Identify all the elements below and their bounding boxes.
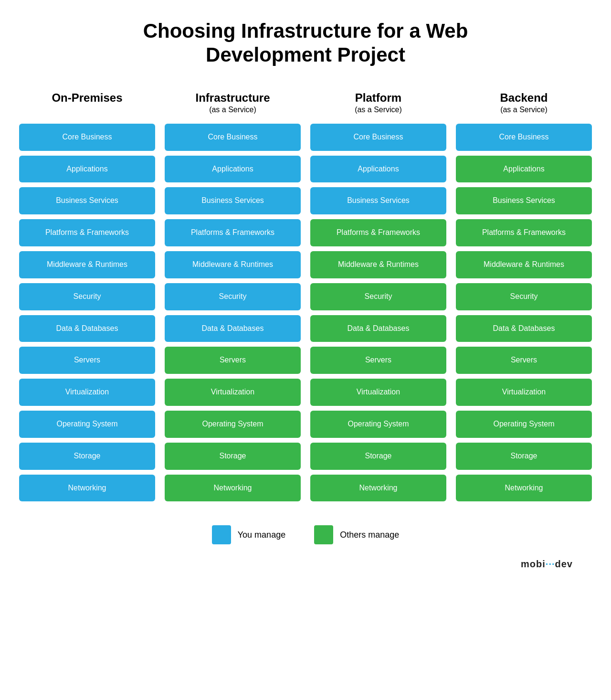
table-row: Security: [310, 283, 446, 310]
table-row: Platforms & Frameworks: [456, 219, 592, 246]
table-row: Applications: [456, 156, 592, 183]
column-platform: Core BusinessApplicationsBusiness Servic…: [310, 124, 446, 502]
legend-you-manage: You manage: [212, 525, 285, 544]
page-title: Choosing Infrastructure for a Web Develo…: [138, 19, 473, 67]
comparison-grid: On-Premises Infrastructure (as a Service…: [19, 91, 592, 502]
table-row: Applications: [19, 156, 155, 183]
column-header-infrastructure: Infrastructure (as a Service): [165, 91, 301, 114]
column-backend: Core BusinessApplicationsBusiness Servic…: [456, 124, 592, 502]
table-row: Applications: [310, 156, 446, 183]
legend-green-box: [314, 525, 333, 544]
column-header-backend: Backend (as a Service): [456, 91, 592, 114]
column-header-on-premises: On-Premises: [19, 91, 155, 114]
table-row: Middleware & Runtimes: [19, 251, 155, 278]
table-row: Servers: [19, 347, 155, 374]
table-row: Networking: [310, 475, 446, 502]
branding: mobi···dev: [521, 559, 573, 570]
column-sub-label: (as a Service): [165, 106, 301, 114]
table-row: Servers: [310, 347, 446, 374]
table-row: Operating System: [456, 411, 592, 438]
column-main-label: Infrastructure: [165, 91, 301, 105]
brand-text: mobi: [521, 559, 546, 569]
table-row: Core Business: [19, 124, 155, 151]
legend: You manage Others manage: [212, 525, 400, 544]
table-row: Networking: [19, 475, 155, 502]
legend-blue-box: [212, 525, 231, 544]
table-row: Data & Databases: [19, 315, 155, 342]
table-row: Operating System: [19, 411, 155, 438]
table-row: Virtualization: [456, 379, 592, 406]
table-row: Core Business: [456, 124, 592, 151]
table-row: Applications: [165, 156, 301, 183]
column-infrastructure: Core BusinessApplicationsBusiness Servic…: [165, 124, 301, 502]
table-row: Storage: [165, 443, 301, 470]
table-row: Servers: [165, 347, 301, 374]
table-row: Platforms & Frameworks: [19, 219, 155, 246]
column-main-label: Platform: [310, 91, 446, 105]
table-row: Security: [165, 283, 301, 310]
column-sub-label: (as a Service): [456, 106, 592, 114]
column-main-label: Backend: [456, 91, 592, 105]
table-row: Business Services: [19, 187, 155, 214]
column-header-platform: Platform (as a Service): [310, 91, 446, 114]
legend-you-manage-label: You manage: [238, 530, 285, 540]
column-sub-label: (as a Service): [310, 106, 446, 114]
table-row: Networking: [456, 475, 592, 502]
table-row: Business Services: [165, 187, 301, 214]
table-row: Virtualization: [19, 379, 155, 406]
table-row: Storage: [456, 443, 592, 470]
legend-others-manage: Others manage: [314, 525, 399, 544]
table-row: Storage: [19, 443, 155, 470]
legend-others-manage-label: Others manage: [340, 530, 399, 540]
table-row: Core Business: [310, 124, 446, 151]
table-row: Middleware & Runtimes: [456, 251, 592, 278]
table-row: Business Services: [456, 187, 592, 214]
brand-text2: dev: [555, 559, 573, 569]
table-row: Servers: [456, 347, 592, 374]
table-row: Operating System: [165, 411, 301, 438]
table-row: Business Services: [310, 187, 446, 214]
table-row: Security: [19, 283, 155, 310]
table-row: Security: [456, 283, 592, 310]
table-row: Core Business: [165, 124, 301, 151]
column-on-premises: Core BusinessApplicationsBusiness Servic…: [19, 124, 155, 502]
table-row: Storage: [310, 443, 446, 470]
table-row: Platforms & Frameworks: [310, 219, 446, 246]
table-row: Middleware & Runtimes: [165, 251, 301, 278]
table-row: Virtualization: [165, 379, 301, 406]
table-row: Networking: [165, 475, 301, 502]
column-main-label: On-Premises: [19, 91, 155, 105]
table-row: Data & Databases: [165, 315, 301, 342]
brand-dot: ···: [546, 559, 555, 569]
table-row: Virtualization: [310, 379, 446, 406]
table-row: Data & Databases: [310, 315, 446, 342]
table-row: Middleware & Runtimes: [310, 251, 446, 278]
table-row: Data & Databases: [456, 315, 592, 342]
table-row: Operating System: [310, 411, 446, 438]
table-row: Platforms & Frameworks: [165, 219, 301, 246]
